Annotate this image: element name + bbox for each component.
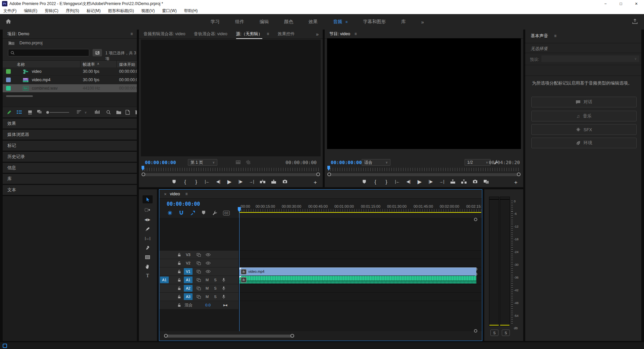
column-framerate[interactable]: 帧速率 bbox=[83, 62, 95, 67]
menu-clip[interactable]: 剪辑(C) bbox=[45, 8, 58, 14]
export-frame-icon[interactable] bbox=[472, 179, 478, 185]
sync-lock-icon[interactable] bbox=[197, 295, 201, 299]
track-lock-icon[interactable] bbox=[177, 303, 181, 307]
go-to-in-icon[interactable]: |← bbox=[395, 179, 400, 185]
table-horizontal-scrollbar[interactable] bbox=[6, 95, 33, 97]
type-tool[interactable]: T bbox=[143, 272, 153, 280]
program-timecode[interactable]: 00:00:00:00 bbox=[331, 160, 362, 165]
tab-effect-controls[interactable]: 效果控件 bbox=[278, 31, 294, 37]
media-row-combined-wav[interactable]: combined.wav 44100 Hz 00:00:00:00 bbox=[3, 84, 137, 93]
tab-source-monitor[interactable]: 源:（无剪辑） bbox=[236, 31, 262, 37]
track-output-eye-icon[interactable] bbox=[206, 261, 211, 265]
column-name[interactable]: 名称 bbox=[17, 62, 25, 67]
audio-clip-combined-wav[interactable]: fx bbox=[239, 276, 476, 284]
solo-button[interactable]: S bbox=[214, 295, 216, 299]
project-file-name[interactable]: Demo.prproj bbox=[19, 41, 43, 45]
go-to-in-icon[interactable]: |← bbox=[205, 179, 210, 185]
workspace-tab-color[interactable]: 颜色 bbox=[284, 19, 293, 25]
program-panel-menu-icon[interactable]: ≡ bbox=[355, 32, 357, 36]
tag-music-button[interactable]: ♫ 音乐 bbox=[531, 111, 637, 121]
mark-out-icon[interactable]: } bbox=[384, 179, 389, 185]
menu-file[interactable]: 文件(F) bbox=[3, 8, 16, 14]
timeline-hscroll[interactable] bbox=[164, 335, 294, 338]
sync-lock-icon[interactable] bbox=[197, 261, 201, 265]
track-label-v2[interactable]: V2 bbox=[184, 260, 193, 266]
step-forward-icon[interactable]: |▶ bbox=[238, 179, 243, 185]
source-tab-overflow-icon[interactable]: » bbox=[316, 31, 319, 37]
writable-pencil-icon[interactable] bbox=[7, 110, 12, 115]
mute-button[interactable]: M bbox=[206, 278, 209, 282]
workspace-tab-editing[interactable]: 编辑 bbox=[260, 19, 269, 25]
program-ruler[interactable] bbox=[328, 168, 520, 171]
comparison-view-icon[interactable] bbox=[483, 179, 489, 185]
program-scrollbar[interactable] bbox=[327, 173, 521, 176]
track-output-eye-icon[interactable] bbox=[206, 270, 211, 273]
search-input[interactable] bbox=[17, 50, 85, 55]
drag-video-only-icon[interactable] bbox=[235, 160, 241, 164]
panel-tab-media-browser[interactable]: 媒体浏览器 bbox=[3, 130, 137, 140]
step-back-icon[interactable]: ◀| bbox=[216, 179, 221, 185]
label-chip-blue[interactable] bbox=[6, 78, 11, 82]
go-to-out-icon[interactable]: →| bbox=[439, 179, 444, 185]
project-tab[interactable]: 项目: Demo bbox=[7, 31, 29, 37]
bin-up-icon[interactable] bbox=[8, 40, 15, 45]
tag-sfx-button[interactable]: SFX bbox=[531, 124, 637, 135]
source-button-editor-icon[interactable]: + bbox=[313, 180, 318, 186]
zoom-slider-knob[interactable] bbox=[46, 111, 49, 114]
track-lock-icon[interactable] bbox=[177, 278, 181, 282]
source-viewer[interactable] bbox=[141, 40, 321, 156]
insert-icon[interactable] bbox=[260, 179, 265, 185]
workspace-tab-assembly[interactable]: 组件 bbox=[235, 19, 244, 25]
freeform-view-icon[interactable] bbox=[37, 110, 43, 114]
keyframe-bowtie-icon[interactable]: ▶◀ bbox=[223, 304, 227, 307]
menu-help[interactable]: 帮助(H) bbox=[184, 8, 198, 14]
close-button[interactable]: × bbox=[629, 0, 644, 7]
play-icon[interactable]: ▶ bbox=[227, 179, 232, 185]
solo-button[interactable]: S bbox=[214, 286, 216, 290]
workspace-tab-learning[interactable]: 学习 bbox=[211, 19, 220, 25]
track-select-forward-tool[interactable] bbox=[143, 206, 153, 214]
source-ruler[interactable] bbox=[142, 168, 319, 171]
project-panel-menu-icon[interactable]: ≡ bbox=[130, 32, 133, 36]
panel-tab-text[interactable]: 文本 bbox=[3, 185, 137, 195]
selection-tool[interactable] bbox=[143, 195, 153, 203]
timeline-timecode[interactable]: 00:00:00:00 bbox=[167, 201, 200, 207]
timeline-vscroll-handle-bottom[interactable] bbox=[474, 329, 477, 333]
hand-tool[interactable] bbox=[143, 262, 153, 270]
source-scroll-handle-right[interactable] bbox=[316, 172, 320, 176]
sync-lock-icon[interactable] bbox=[197, 287, 201, 290]
source-page-dropdown[interactable]: 第 1 页∨ bbox=[188, 159, 217, 166]
timeline-hscroll-handle-left[interactable] bbox=[164, 334, 168, 338]
timeline-vscroll-handle-top[interactable] bbox=[474, 218, 477, 221]
track-lock-icon[interactable] bbox=[177, 261, 181, 265]
find-icon[interactable] bbox=[106, 110, 111, 115]
mark-out-icon[interactable]: } bbox=[194, 179, 199, 185]
panel-tab-info[interactable]: 信息 bbox=[3, 163, 137, 173]
tag-ambience-button[interactable]: 环境 bbox=[531, 138, 637, 148]
timeline-panel-menu-icon[interactable]: ≡ bbox=[185, 192, 187, 196]
search-bin-icon[interactable] bbox=[93, 49, 102, 56]
sync-lock-icon[interactable] bbox=[197, 270, 201, 273]
extract-icon[interactable] bbox=[461, 179, 467, 185]
panel-tab-history[interactable]: 历史记录 bbox=[3, 152, 137, 162]
rectangle-tool[interactable] bbox=[143, 253, 153, 261]
nest-sequence-icon[interactable] bbox=[167, 210, 172, 215]
program-scroll-handle-right[interactable] bbox=[517, 172, 521, 176]
tab-program-monitor[interactable]: 节目: video bbox=[329, 31, 350, 37]
track-lock-icon[interactable] bbox=[177, 286, 181, 291]
linked-selection-icon[interactable] bbox=[190, 210, 195, 215]
label-chip-teal[interactable] bbox=[6, 86, 11, 91]
panel-tab-markers[interactable]: 标记 bbox=[3, 141, 137, 151]
workspace-tab-captions[interactable]: 字幕和图形 bbox=[363, 19, 386, 25]
track-lock-icon[interactable] bbox=[177, 269, 181, 274]
menu-view[interactable]: 视图(V) bbox=[141, 8, 155, 14]
program-video-frame[interactable] bbox=[327, 38, 521, 149]
go-to-out-icon[interactable]: →| bbox=[249, 179, 254, 185]
menu-edit[interactable]: 编辑(E) bbox=[24, 8, 37, 14]
track-lock-icon[interactable] bbox=[177, 295, 181, 299]
program-button-editor-icon[interactable]: + bbox=[513, 180, 519, 186]
menu-sequence[interactable]: 序列(S) bbox=[66, 8, 79, 14]
program-fit-dropdown[interactable]: 适合∨ bbox=[362, 159, 390, 166]
mark-in-icon[interactable]: { bbox=[373, 179, 378, 185]
slip-tool[interactable]: |↔| bbox=[143, 234, 153, 242]
